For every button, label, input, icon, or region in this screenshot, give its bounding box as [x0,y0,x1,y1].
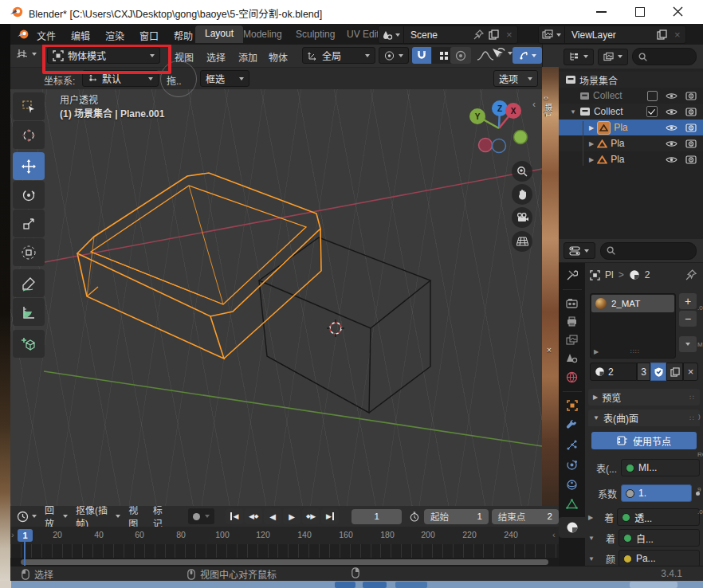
editor-type-dropdown[interactable] [15,47,37,61]
remove-viewlayer-icon[interactable]: × [670,29,685,41]
gizmo-dropdown[interactable] [513,47,542,64]
current-frame-field[interactable]: 1 [352,509,402,524]
eye-icon[interactable] [666,108,677,116]
shader-dropdown[interactable]: 自... [619,529,700,547]
pin-id-icon[interactable] [685,269,697,280]
row-collapsed-icon[interactable]: ▶ [588,514,593,521]
disclosure-closed-icon[interactable]: ▶ [589,124,594,131]
new-viewlayer-icon[interactable] [654,29,670,40]
camera-visibility-icon[interactable] [685,92,697,100]
timeline-scrollbar[interactable] [10,558,559,566]
snap-magnet-toggle[interactable] [412,47,431,64]
narrow-editor-strip[interactable]: ‹› 摄(1 × [542,45,559,506]
material-id-field[interactable]: 2 [590,363,637,381]
slot-remove-button[interactable]: − [679,311,697,327]
timeline-editor-dropdown[interactable] [17,511,37,523]
tab-modifiers-icon[interactable] [566,419,578,431]
tab-object-icon[interactable] [567,400,578,411]
camera-visibility-icon[interactable] [685,139,697,148]
disclosure-closed-icon[interactable]: ▶ [589,156,594,163]
breadcrumb-material-name[interactable]: 2 [645,269,650,280]
unlink-scene-icon[interactable]: × [501,29,517,41]
tab-sculpting[interactable]: Sculpting [296,29,335,40]
viewlayer-name[interactable]: ViewLayer [565,29,654,41]
material-slot-selected[interactable]: 2_MAT [591,295,674,312]
tab-particles-icon[interactable] [566,439,578,451]
tool-rotate[interactable] [13,181,45,209]
tab-material-active[interactable] [559,517,585,538]
tab-physics-icon[interactable] [566,459,578,471]
mode-dropdown[interactable]: 物体模式 [47,47,160,64]
tab-object-data-icon[interactable] [566,499,578,509]
ruler-right-chevron[interactable]: ‹ [552,530,556,539]
timeline-scrollbar-thumb[interactable] [21,559,548,565]
camera-visibility-icon[interactable] [685,155,697,164]
menu-help[interactable]: 帮助 [174,29,193,42]
frame-end-field[interactable]: 结束点 2 [492,509,559,524]
pin-icon[interactable] [471,29,486,40]
outliner-row-object-active[interactable]: ▶ Pla [559,120,703,135]
visibility-dropdown[interactable] [491,47,513,59]
disclosure-open-icon[interactable]: ▼ [570,108,576,116]
jump-to-end-button[interactable]: ▶ [321,508,339,524]
tab-uv-edit[interactable]: UV Edit [347,29,379,40]
outliner-filter-dropdown[interactable] [598,49,628,65]
tab-world-icon[interactable] [566,371,578,383]
grip-dots[interactable]: ∷∷ [599,348,672,355]
material-users-button[interactable]: 3 [637,363,650,381]
frame-start-field[interactable]: 起始 1 [424,509,489,524]
scene-name[interactable]: Scene [404,29,471,41]
strip-close-x-icon[interactable]: × [547,346,552,355]
tool-transform[interactable] [13,238,45,266]
options-dropdown[interactable]: 选项 [493,70,538,87]
blender-menu-icon[interactable] [17,28,29,41]
record-icon[interactable] [193,513,200,520]
tab-output-icon[interactable] [566,316,578,327]
exclude-checkbox-checked[interactable] [646,106,658,117]
fake-user-shield-toggle[interactable] [650,363,666,381]
tab-render-icon[interactable] [566,298,578,308]
pivot-dropdown[interactable] [379,47,409,64]
new-scene-icon[interactable] [486,29,501,40]
keying-set-dropdown[interactable] [205,515,210,518]
maximize-button[interactable] [635,7,645,17]
eye-icon[interactable] [666,140,677,147]
disclosure-closed-icon[interactable]: ▶ [589,140,594,147]
outliner-display-mode-dropdown[interactable] [564,49,594,65]
strip-resize-chevrons[interactable]: ‹› [544,94,548,102]
tab-scene-icon[interactable] [566,353,578,363]
row-expanded-icon[interactable]: ▼ [588,555,595,563]
ruler-left-chevron[interactable]: › [11,530,14,539]
outliner-row-collection[interactable]: ▼ Collect [559,104,703,120]
menu-render[interactable]: 渲染 [105,29,124,42]
tab-constraints-icon[interactable] [566,479,578,491]
grip-dots[interactable]: ∷ [689,414,695,422]
camera-view-button[interactable] [512,207,532,228]
row-expanded-icon[interactable]: ▼ [588,535,595,542]
tool-annotate[interactable] [13,269,45,297]
close-button[interactable] [673,6,683,17]
minimize-button[interactable] [596,11,607,13]
sidebar-collapse-chevron[interactable]: ‹ [532,99,536,110]
camera-visibility-icon[interactable] [685,108,697,116]
slot-add-button[interactable]: + [679,293,697,309]
tool-add-cube[interactable] [13,330,45,358]
play-button[interactable]: ▶ [283,508,300,524]
surface-section-header[interactable]: ▼ 表(曲)面 ∷ [588,410,700,426]
pan-view-button[interactable] [512,184,532,205]
viewport-menu-add[interactable]: 添加 [238,50,257,64]
outliner-row-scene-collection[interactable]: 场景集合 [559,72,703,88]
ortho-grid-button[interactable] [512,231,532,252]
menu-file[interactable]: 文件 [37,29,56,42]
tool-scale[interactable] [13,210,45,237]
shader-dropdown[interactable]: MI... [621,459,700,476]
orientation-dropdown[interactable]: 全局 [302,47,375,64]
unlink-material-icon[interactable]: × [683,363,698,381]
eye-icon[interactable] [666,92,677,100]
coord-system-dropdown[interactable]: 默认 [82,70,159,87]
jump-to-start-button[interactable]: ◀ [226,508,243,524]
box-select-dropdown[interactable]: 框选 [200,70,249,87]
axis-gizmo[interactable]: Z X Y [461,93,540,165]
duplicate-material-icon[interactable] [666,363,683,381]
viewport-menu-select[interactable]: 选择 [206,50,226,64]
